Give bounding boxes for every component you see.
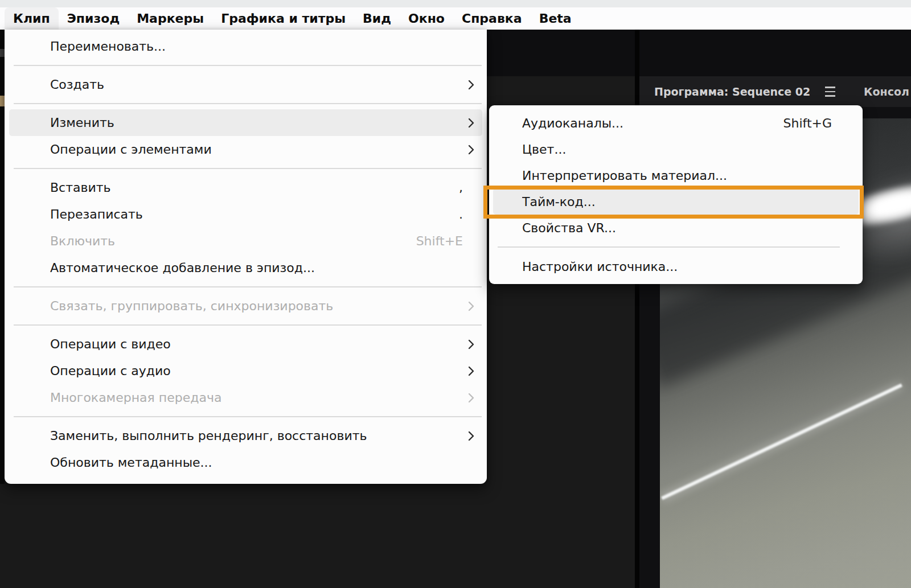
menu-item-link-group-sync: Связать, группировать, синхронизировать — [5, 293, 487, 319]
menu-item-audio-channels[interactable]: Аудиоканалы...Shift+G — [489, 110, 863, 136]
toolbar-edge-strip — [0, 30, 5, 484]
clip-dropdown-menu: Переименовать...СоздатьИзменитьОперации … — [5, 30, 487, 484]
menubar-item-label: Графика и титры — [221, 11, 346, 26]
menubar-item-label: Эпизод — [67, 11, 120, 26]
menu-item-label: Аудиоканалы... — [522, 116, 783, 130]
menu-item-interpret-footage[interactable]: Интерпретировать материал... — [489, 162, 863, 188]
submenu-arrow-icon — [468, 301, 474, 312]
panel-menu-icon[interactable] — [823, 83, 838, 100]
menubar-item-label: Вид — [363, 11, 391, 26]
menubar-item-label: Справка — [462, 11, 522, 26]
menu-item-video-options[interactable]: Операции с видео — [5, 331, 487, 357]
menu-separator — [5, 411, 487, 422]
menu-item-rename[interactable]: Переименовать... — [5, 33, 487, 60]
menu-item-audio-options[interactable]: Операции с аудио — [5, 357, 487, 384]
menu-item-item-operations[interactable]: Операции с элементами — [5, 136, 487, 163]
shortcut-label: . — [459, 207, 463, 221]
annotation-highlight-box — [483, 186, 864, 219]
menu-item-label: Операции с элементами — [50, 142, 468, 157]
menu-item-label: Включить — [50, 234, 416, 248]
menubar-item-clip[interactable]: Клип — [5, 7, 59, 30]
menubar-item-help[interactable]: Справка — [453, 7, 531, 30]
menu-item-label: Создать — [50, 77, 468, 92]
app-background-band — [483, 30, 911, 76]
submenu-arrow-icon — [468, 365, 474, 377]
window-top-strip — [0, 0, 911, 7]
menubar-item-view[interactable]: Вид — [354, 7, 400, 30]
submenu-arrow-icon — [468, 392, 474, 404]
premiere-pro-app: КлипЭпизодМаркерыГрафика и титрыВидОкноС… — [0, 0, 911, 588]
menu-item-label: Перезаписать — [50, 207, 459, 221]
menu-separator — [489, 241, 863, 253]
menu-item-label: Операции с аудио — [50, 364, 468, 378]
menu-item-multicamera: Многокамерная передача — [5, 384, 487, 411]
console-panel-tab[interactable]: Консол — [864, 76, 909, 107]
menubar-item-sequence[interactable]: Эпизод — [59, 7, 128, 30]
submenu-arrow-icon — [468, 117, 474, 129]
menu-item-source-settings[interactable]: Настройки источника... — [489, 253, 863, 279]
menu-item-replace-render-restore[interactable]: Заменить, выполнить рендеринг, восстанов… — [5, 422, 487, 449]
menu-item-overwrite[interactable]: Перезаписать. — [5, 201, 487, 228]
toolbar-accent — [0, 96, 5, 106]
shortcut-label: Shift+E — [416, 234, 463, 248]
toolbar-accent — [0, 49, 5, 57]
shortcut-label: Shift+G — [783, 116, 832, 130]
menu-item-label: Настройки источника... — [522, 260, 848, 274]
menu-separator — [5, 319, 487, 331]
submenu-arrow-icon — [468, 430, 474, 442]
menu-item-label: Заменить, выполнить рендеринг, восстанов… — [50, 429, 468, 443]
submenu-arrow-icon — [468, 79, 474, 91]
menu-item-label: Связать, группировать, синхронизировать — [50, 299, 468, 313]
menubar-item-beta[interactable]: Beta — [531, 7, 580, 30]
menubar-item-markers[interactable]: Маркеры — [128, 7, 212, 30]
menu-item-update-metadata[interactable]: Обновить метаданные... — [5, 449, 487, 476]
menu-item-label: Обновить метаданные... — [50, 455, 474, 470]
program-panel-title: Программа: Sequence 02 — [654, 85, 810, 98]
menubar-item-label: Клип — [13, 11, 50, 26]
menu-item-label: Изменить — [50, 116, 468, 130]
menu-separator — [5, 98, 487, 109]
menu-item-label: Свойства VR... — [522, 221, 848, 235]
menu-item-auto-add-to-sequence[interactable]: Автоматическое добавление в эпизод... — [5, 254, 487, 281]
menu-item-label: Автоматическое добавление в эпизод... — [50, 261, 474, 275]
submenu-arrow-icon — [468, 144, 474, 155]
program-panel-tab[interactable]: Программа: Sequence 02 — [654, 83, 838, 100]
menubar: КлипЭпизодМаркерыГрафика и титрыВидОкноС… — [0, 7, 911, 30]
menu-separator — [5, 60, 487, 71]
menu-separator — [5, 281, 487, 293]
menu-item-label: Многокамерная передача — [50, 390, 468, 405]
menu-item-label: Интерпретировать материал... — [522, 168, 848, 183]
program-panel-header: Программа: Sequence 02 Консол — [639, 76, 911, 107]
menubar-item-label: Beta — [539, 11, 572, 26]
menubar-item-window[interactable]: Окно — [400, 7, 453, 30]
menu-item-color[interactable]: Цвет... — [489, 136, 863, 162]
menu-item-label: Вставить — [50, 180, 459, 195]
menubar-item-label: Окно — [408, 11, 445, 26]
menu-item-label: Цвет... — [522, 142, 848, 157]
submenu-arrow-icon — [468, 339, 474, 350]
shortcut-label: , — [459, 180, 463, 195]
menubar-item-graphics-titles[interactable]: Графика и титры — [212, 7, 354, 30]
menu-item-insert[interactable]: Вставить, — [5, 174, 487, 201]
menu-item-create[interactable]: Создать — [5, 71, 487, 98]
menubar-item-label: Маркеры — [137, 11, 204, 26]
menu-item-enable: ВключитьShift+E — [5, 228, 487, 254]
menu-item-label: Операции с видео — [50, 337, 468, 351]
menu-separator — [5, 163, 487, 174]
video-lane-line — [661, 384, 902, 500]
menu-item-label: Переименовать... — [50, 39, 474, 54]
menu-item-modify[interactable]: Изменить — [9, 109, 482, 136]
